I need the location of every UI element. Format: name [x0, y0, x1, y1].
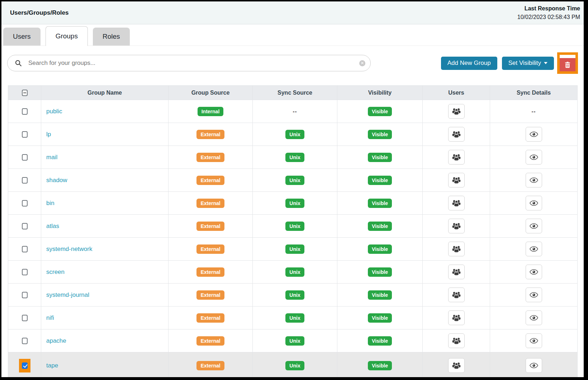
row-checkbox[interactable] [22, 108, 28, 115]
search-input[interactable] [28, 59, 359, 67]
row-checkbox[interactable] [22, 246, 28, 252]
row-checkbox[interactable] [22, 177, 28, 184]
row-checkbox-cell [8, 146, 41, 169]
users-button[interactable] [448, 173, 465, 187]
group-name-link[interactable]: tape [46, 362, 58, 369]
users-button[interactable] [448, 150, 465, 165]
tab-users[interactable]: Users [3, 28, 41, 46]
users-cell [423, 192, 490, 215]
users-button[interactable] [448, 104, 465, 119]
group-name-link[interactable]: shadow [46, 177, 67, 184]
group-source-badge: External [196, 267, 224, 277]
sync-details-button[interactable] [526, 150, 542, 165]
users-button[interactable] [448, 242, 465, 256]
group-name-link[interactable]: systemd-network [46, 246, 92, 252]
app-window: Users/Groups/Roles Last Response Time 10… [1, 1, 584, 377]
row-checkbox-cell [8, 329, 41, 352]
group-name-link[interactable]: nifi [46, 314, 54, 321]
trash-icon [565, 62, 570, 68]
visibility-badge: Visible [368, 244, 392, 254]
group-source-badge: External [196, 176, 224, 185]
row-checkbox[interactable] [22, 292, 28, 298]
sync-details-cell [490, 146, 578, 169]
visibility-badge: Visible [368, 199, 392, 208]
row-checkbox[interactable] [22, 338, 28, 344]
group-name-link[interactable]: atlas [46, 223, 59, 229]
sync-details-button[interactable] [526, 358, 542, 373]
sync-details-button[interactable] [526, 242, 542, 256]
group-name-link[interactable]: bin [46, 200, 54, 206]
tab-roles[interactable]: Roles [93, 28, 130, 46]
users-button[interactable] [448, 310, 465, 325]
sync-source-badge: Unix [285, 313, 304, 323]
users-button[interactable] [448, 288, 465, 302]
row-checkbox[interactable] [22, 200, 28, 206]
sync-details-button[interactable] [526, 196, 542, 210]
users-cell [423, 238, 490, 261]
users-cell [423, 307, 490, 329]
sync-details-button[interactable] [526, 288, 542, 302]
group-name-link[interactable]: screen [46, 269, 65, 275]
eye-icon [530, 269, 538, 275]
empty-value: -- [293, 108, 297, 114]
users-button[interactable] [448, 265, 465, 279]
row-checkbox[interactable] [22, 131, 28, 138]
group-source-badge: External [196, 361, 224, 370]
table-row: lp External Unix Visible [8, 123, 578, 146]
group-name-link[interactable]: systemd-journal [46, 291, 89, 298]
sync-source-cell: Unix [253, 192, 337, 215]
row-checkbox[interactable] [22, 154, 28, 161]
sync-details-button[interactable] [526, 265, 542, 279]
sync-details-button[interactable] [526, 310, 542, 325]
group-search-box[interactable]: ✕ [7, 55, 371, 71]
group-name-cell: nifi [41, 307, 169, 329]
visibility-cell: Visible [337, 238, 423, 261]
tab-groups[interactable]: Groups [46, 26, 88, 46]
sync-source-cell: Unix [253, 284, 337, 307]
eye-icon [530, 338, 538, 344]
column-header-users: Users [423, 86, 490, 100]
users-button[interactable] [448, 196, 465, 210]
users-button[interactable] [448, 127, 465, 142]
search-icon [15, 60, 22, 67]
sync-source-cell: Unix [253, 169, 337, 192]
column-header-visibility: Visibility [337, 86, 423, 100]
table-row: shadow External Unix Visible [8, 169, 578, 192]
visibility-badge: Visible [368, 313, 392, 323]
row-checkbox[interactable] [22, 269, 28, 275]
users-button[interactable] [448, 333, 465, 348]
sync-details-button[interactable] [526, 219, 542, 233]
group-name-link[interactable]: mail [46, 154, 57, 161]
row-checkbox-cell [8, 284, 41, 307]
table-row: systemd-journal External Unix Visible [8, 284, 578, 307]
last-response-block: Last Response Time 10/02/2023 02:58:43 P… [517, 4, 580, 22]
sync-source-badge: Unix [285, 361, 304, 370]
group-name-link[interactable]: public [46, 108, 62, 115]
clear-search-icon[interactable]: ✕ [359, 60, 365, 66]
group-name-cell: systemd-network [41, 238, 169, 261]
table-row: atlas External Unix Visible [8, 215, 578, 238]
sync-details-button[interactable] [526, 127, 542, 142]
row-checkbox-wrap [22, 200, 28, 206]
group-name-link[interactable]: apache [46, 337, 66, 344]
column-header-group-name: Group Name [41, 86, 169, 100]
sync-details-cell [490, 329, 578, 352]
set-visibility-button[interactable]: Set Visibility [502, 57, 554, 70]
users-button[interactable] [448, 219, 465, 233]
eye-icon [530, 200, 538, 206]
row-checkbox[interactable] [22, 315, 28, 321]
row-checkbox-cell [8, 307, 41, 329]
visibility-cell: Visible [337, 192, 423, 215]
visibility-cell: Visible [337, 123, 423, 146]
group-source-cell: External [169, 284, 253, 307]
add-new-group-button[interactable]: Add New Group [441, 57, 497, 70]
row-checkbox[interactable] [22, 362, 28, 369]
sync-details-button[interactable] [526, 173, 542, 187]
select-all-checkbox[interactable] [22, 90, 28, 96]
sync-details-button[interactable] [526, 333, 542, 348]
users-button[interactable] [448, 358, 465, 373]
delete-selected-button[interactable] [560, 58, 575, 71]
last-response-label: Last Response Time [517, 4, 580, 13]
row-checkbox[interactable] [22, 223, 28, 229]
group-name-link[interactable]: lp [46, 131, 51, 138]
